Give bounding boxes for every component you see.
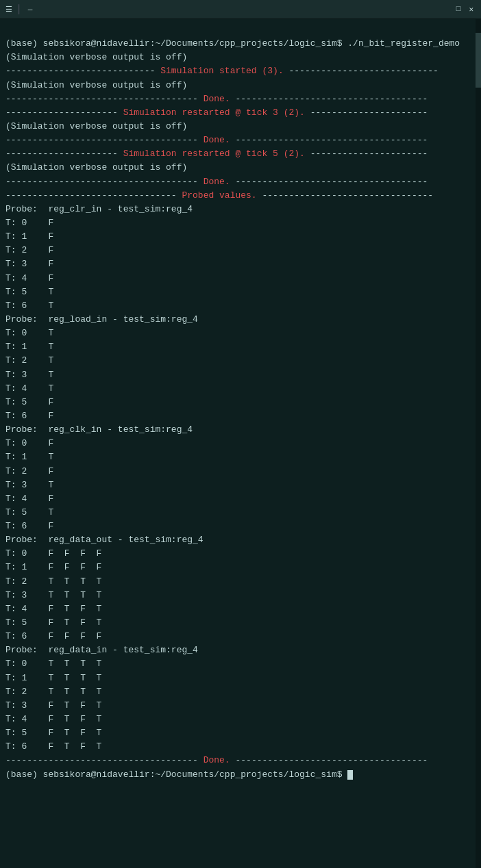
close-btn[interactable]: ✕ <box>467 5 476 14</box>
terminal-line: (base) sebsikora@nidavellir:~/Documents/… <box>5 37 476 51</box>
terminal-line: T: 2 F <box>5 244 476 257</box>
terminal-line: (Simulation verbose output is off) <box>5 120 476 133</box>
terminal-line: Probe: reg_clk_in - test_sim:reg_4 <box>5 423 476 437</box>
terminal-line: T: 0 T <box>5 327 476 340</box>
terminal-line: T: 0 F <box>5 216 476 230</box>
terminal-body: (base) sebsikora@nidavellir:~/Documents/… <box>0 19 481 786</box>
terminal-line: T: 3 F <box>5 257 476 271</box>
terminal-line: T: 2 T T T T <box>5 575 476 589</box>
terminal-line: (base) sebsikora@nidavellir:~/Documents/… <box>5 768 476 782</box>
scrollbar[interactable] <box>476 19 481 868</box>
terminal-line: T: 4 F <box>5 272 476 285</box>
window-action-controls[interactable]: □ ✕ <box>454 5 476 14</box>
terminal-line: Probe: reg_data_out - test_sim:reg_4 <box>5 533 476 547</box>
terminal-line: T: 1 F <box>5 230 476 244</box>
terminal-line: -------------------------------- Probed … <box>5 189 476 203</box>
terminal-line: ------------------------------------ Don… <box>5 133 476 147</box>
terminal-line: T: 6 F <box>5 409 476 423</box>
terminal-line: T: 2 F <box>5 465 476 478</box>
title-bar: ☰ │ — □ ✕ <box>0 0 481 19</box>
terminal-line: T: 5 T <box>5 285 476 299</box>
terminal-line: T: 3 T <box>5 368 476 382</box>
minimize-icon[interactable]: — <box>26 5 35 14</box>
terminal-line: T: 5 F <box>5 396 476 409</box>
terminal-line: T: 5 T <box>5 506 476 520</box>
maximize-btn[interactable]: □ <box>454 5 463 14</box>
terminal-line: Probe: reg_clr_in - test_sim:reg_4 <box>5 203 476 216</box>
terminal-line: (Simulation verbose output is off) <box>5 161 476 175</box>
terminal-line: T: 6 T <box>5 299 476 313</box>
terminal-line: T: 5 F T F T <box>5 616 476 630</box>
terminal-line: T: 4 T <box>5 382 476 396</box>
terminal-line: (Simulation verbose output is off) <box>5 51 476 64</box>
terminal-line: T: 4 F <box>5 492 476 506</box>
terminal-line: T: 6 F F F F <box>5 630 476 643</box>
terminal-line: (Simulation verbose output is off) <box>5 79 476 92</box>
terminal-line: --------------------- Simulation restart… <box>5 106 476 120</box>
terminal-line: T: 4 F T F T <box>5 713 476 726</box>
terminal-line: ------------------------------------ Don… <box>5 92 476 106</box>
menu-icon: ☰ <box>5 5 12 14</box>
separator: │ <box>16 4 22 14</box>
terminal-line: T: 1 T <box>5 450 476 464</box>
terminal-line: T: 6 F <box>5 520 476 533</box>
terminal-line: Probe: reg_data_in - test_sim:reg_4 <box>5 643 476 657</box>
window-controls[interactable]: ☰ │ — <box>5 4 34 14</box>
terminal-line: ------------------------------------ Don… <box>5 754 476 767</box>
terminal-line: T: 1 T <box>5 340 476 354</box>
terminal-line: T: 3 F T F T <box>5 699 476 713</box>
terminal-line: T: 0 F F F F <box>5 547 476 561</box>
terminal-line: ---------------------------- Simulation … <box>5 64 476 78</box>
terminal-line: T: 3 T T T T <box>5 589 476 602</box>
terminal-line: --------------------- Simulation restart… <box>5 147 476 161</box>
terminal-line: T: 6 F T F T <box>5 740 476 754</box>
terminal-line: ------------------------------------ Don… <box>5 175 476 189</box>
terminal-line: T: 1 T T T T <box>5 672 476 685</box>
scrollbar-thumb[interactable] <box>476 33 481 88</box>
terminal-line: T: 3 T <box>5 478 476 492</box>
terminal-line: T: 2 T <box>5 354 476 368</box>
terminal-line: T: 5 F T F T <box>5 726 476 740</box>
cursor <box>347 770 353 780</box>
terminal-line: T: 2 T T T T <box>5 685 476 699</box>
terminal-line: Probe: reg_load_in - test_sim:reg_4 <box>5 313 476 327</box>
terminal-line: T: 4 F T F T <box>5 602 476 616</box>
terminal-line: T: 1 F F F F <box>5 561 476 574</box>
terminal-line: T: 0 T T T T <box>5 657 476 671</box>
terminal-line: T: 0 F <box>5 437 476 450</box>
